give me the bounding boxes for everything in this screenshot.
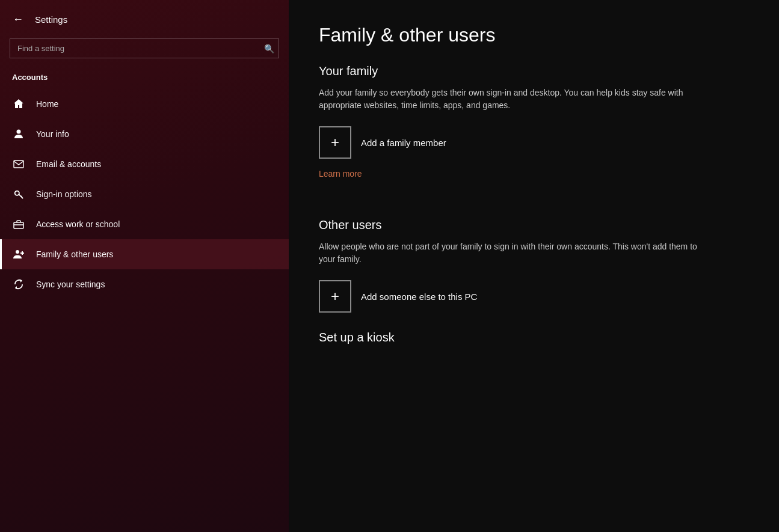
sidebar-item-sign-in-options[interactable]: Sign-in options — [0, 179, 289, 209]
svg-point-0 — [17, 130, 21, 134]
sync-icon — [12, 278, 25, 291]
main-content: Family & other users Your family Add you… — [289, 0, 779, 532]
add-family-member-button[interactable]: + — [319, 126, 351, 159]
learn-more-link[interactable]: Learn more — [319, 169, 362, 179]
sidebar-item-your-info[interactable]: Your info — [0, 119, 289, 149]
sidebar-sync-label: Sync your settings — [36, 280, 105, 289]
your-family-title: Your family — [319, 64, 749, 78]
key-icon — [12, 188, 25, 201]
sidebar-item-family-other-users[interactable]: Family & other users — [0, 239, 289, 269]
home-icon — [12, 97, 25, 111]
kiosk-title: Set up a kiosk — [319, 331, 749, 344]
add-family-member-label: Add a family member — [361, 138, 446, 148]
sidebar-title: Settings — [35, 14, 67, 25]
add-family-member-row[interactable]: + Add a family member — [319, 126, 749, 159]
other-users-title: Other users — [319, 218, 749, 232]
sidebar-item-sync-settings[interactable]: Sync your settings — [0, 269, 289, 299]
sidebar-access-work-label: Access work or school — [36, 219, 120, 229]
search-input[interactable] — [10, 38, 279, 58]
sidebar-email-label: Email & accounts — [36, 159, 101, 169]
sidebar-your-info-label: Your info — [36, 129, 69, 139]
plus-icon: + — [331, 135, 339, 150]
sidebar-item-home[interactable]: Home — [0, 89, 289, 119]
person-icon — [12, 127, 25, 141]
page-title: Family & other users — [319, 24, 749, 46]
sidebar: ← Settings 🔍 Accounts Home Your info — [0, 0, 289, 532]
add-other-user-row[interactable]: + Add someone else to this PC — [319, 280, 749, 313]
sidebar-sign-in-label: Sign-in options — [36, 189, 92, 199]
add-someone-else-label: Add someone else to this PC — [361, 292, 477, 302]
sidebar-home-label: Home — [36, 99, 58, 109]
email-icon — [12, 157, 25, 171]
sidebar-header: ← Settings — [0, 0, 289, 36]
sidebar-item-email-accounts[interactable]: Email & accounts — [0, 149, 289, 179]
svg-point-2 — [15, 191, 19, 195]
other-users-description: Allow people who are not part of your fa… — [319, 240, 704, 266]
svg-rect-1 — [14, 161, 23, 168]
sidebar-item-access-work-school[interactable]: Access work or school — [0, 209, 289, 239]
search-box-container: 🔍 — [10, 38, 279, 58]
svg-point-7 — [16, 250, 19, 254]
svg-rect-5 — [14, 222, 23, 228]
your-family-description: Add your family so everybody gets their … — [319, 87, 704, 112]
accounts-section-label: Accounts — [0, 68, 289, 89]
briefcase-icon — [12, 218, 25, 231]
person-add-icon — [12, 248, 25, 261]
back-button[interactable]: ← — [10, 11, 26, 28]
search-icon[interactable]: 🔍 — [264, 44, 274, 54]
add-someone-else-button[interactable]: + — [319, 280, 351, 313]
plus-icon-2: + — [331, 289, 339, 304]
sidebar-family-label: Family & other users — [36, 249, 113, 259]
